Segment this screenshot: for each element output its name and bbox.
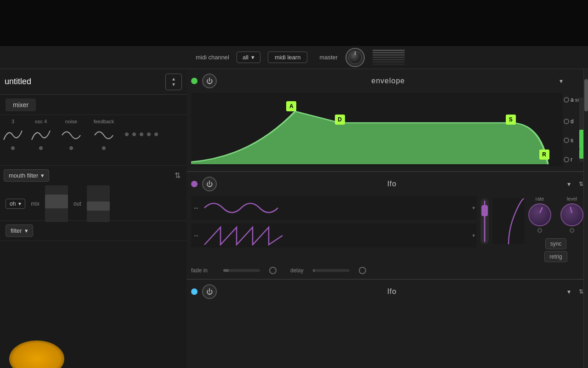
filter-controls-row: oh ▾ mix out: [4, 185, 183, 222]
lfo1-arrow-h2-icon: ↔: [193, 232, 199, 239]
fade-in-slider[interactable]: [223, 269, 260, 272]
delay-circle[interactable]: [359, 267, 366, 274]
lfo1-name: lfo: [221, 180, 563, 188]
lfo1-wave-row1: ↔ ▾: [191, 196, 477, 220]
envelope-point-a[interactable]: A: [286, 101, 296, 111]
level-col: level: [560, 196, 583, 233]
fade-delay-row: fade in delay: [191, 267, 583, 274]
adsr-d-radio[interactable]: [564, 119, 569, 124]
out-slider[interactable]: [87, 185, 110, 222]
lfo1-wave-display2: [202, 225, 285, 246]
fade-in-label: fade in: [191, 267, 214, 274]
lfo1-wave-display1: [202, 198, 285, 218]
envelope-section: ⏻ envelope ▾ A D: [187, 69, 588, 172]
lfo1-dropdown-icon[interactable]: ▾: [472, 205, 475, 211]
adsr-s-radio[interactable]: [564, 138, 569, 143]
envelope-power-button[interactable]: ⏻: [202, 74, 217, 88]
lfo2-chevron-icon[interactable]: ▾: [567, 288, 571, 295]
envelope-point-s[interactable]: S: [506, 115, 516, 125]
osc3-label: 3: [11, 119, 14, 124]
scrollbar[interactable]: [583, 69, 588, 368]
lfo1-dropdown2-icon[interactable]: ▾: [472, 232, 475, 239]
lfo1-waveforms: ↔ ▾ ↔ ▾: [191, 196, 477, 247]
rate-knob[interactable]: [528, 203, 551, 226]
noise-indicator: [69, 146, 73, 150]
down-arrow-icon: ▼: [171, 82, 176, 87]
adsr-r-label: r: [571, 156, 572, 163]
preset-nav-arrows[interactable]: ▲ ▼: [165, 74, 182, 90]
power-icon: ⏻: [206, 77, 213, 85]
master-level-display: [373, 50, 405, 65]
filter-arrow-icon: ⇅: [175, 171, 181, 180]
envelope-chevron-icon[interactable]: ▾: [560, 77, 563, 85]
ind4: [147, 132, 151, 136]
rate-knob-indicator: [539, 207, 543, 213]
retrig-button[interactable]: retrig: [544, 251, 567, 262]
midi-channel-label: midi channel: [196, 54, 229, 61]
rate-dot: [537, 228, 542, 233]
adsr-controls: a snap d s: [563, 93, 586, 167]
filter-chevron-icon: ▾: [41, 172, 44, 179]
filter-dropdown[interactable]: mouth filter ▾: [4, 169, 49, 182]
envelope-point-r[interactable]: R: [539, 150, 549, 160]
preset-row: untitled ▲ ▼: [0, 69, 187, 95]
delay-fill: [313, 269, 315, 272]
lfo2-updown-icon[interactable]: ⇅: [579, 288, 583, 295]
header-controls: midi channel all ▾ midi learn master: [187, 47, 588, 68]
mixer-row: mixer: [0, 95, 187, 115]
top-bar: [0, 0, 588, 46]
lfo2-status-dot: [191, 288, 198, 295]
mixer-label: mixer: [6, 98, 36, 111]
midi-learn-button[interactable]: midi learn: [268, 52, 307, 63]
chevron-down-icon: ▾: [251, 54, 254, 61]
envelope-point-d[interactable]: D: [335, 115, 345, 125]
fade-in-circle[interactable]: [269, 267, 277, 274]
noise-section: noise: [60, 119, 83, 150]
filter-sub-dropdown[interactable]: oh ▾: [6, 199, 25, 209]
adsr-a-radio[interactable]: [564, 97, 569, 103]
feedback-wave: [92, 126, 115, 144]
left-panel: untitled ▲ ▼ mixer 3 osc 4: [0, 69, 187, 368]
delay-slider[interactable]: [313, 269, 350, 272]
fade-in-fill: [223, 269, 229, 272]
lfo2-power-button[interactable]: ⏻: [202, 284, 217, 299]
filter-updown-btn[interactable]: ⇅: [172, 170, 183, 181]
rate-label: rate: [536, 196, 544, 201]
master-knob[interactable]: [345, 47, 365, 68]
sync-retrig-col: sync retrig: [544, 238, 567, 262]
level-knob[interactable]: [560, 203, 583, 226]
lfo1-section: ⏻ lfo ▾ ⇅ ↔ ▾: [187, 172, 588, 280]
envelope-status-dot: [191, 78, 198, 84]
lfo1-body: ↔ ▾ ↔ ▾: [191, 196, 583, 262]
lfo1-arrow-h-icon: ↔: [193, 204, 199, 212]
filter2-dropdown[interactable]: filter ▾: [6, 224, 33, 237]
sync-button[interactable]: sync: [545, 238, 567, 249]
envelope-header: ⏻ envelope ▾: [191, 74, 563, 88]
adsr-s-label: s: [571, 137, 573, 144]
midi-channel-dropdown[interactable]: all ▾: [237, 52, 260, 63]
lfo1-vertical-slider[interactable]: [481, 198, 489, 244]
lfo1-status-dot: [191, 181, 198, 187]
lfo1-updown-icon[interactable]: ⇅: [579, 181, 583, 187]
lfo1-power-icon: ⏻: [206, 180, 213, 188]
osc3-wave: [1, 126, 24, 144]
up-arrow-icon: ▲: [171, 76, 176, 81]
ind2: [132, 132, 136, 136]
filter-section: mouth filter ▾ ⇅ oh ▾ mix out: [0, 166, 187, 221]
envelope-svg: [191, 93, 563, 167]
main-area: untitled ▲ ▼ mixer 3 osc 4: [0, 69, 588, 368]
lfo2-name: lfo: [221, 288, 563, 296]
mix-slider[interactable]: [45, 185, 68, 222]
lfo2-section: ⏻ lfo ▾ ⇅: [187, 280, 588, 308]
lfo1-chevron-icon[interactable]: ▾: [567, 180, 571, 188]
yellow-blob: [9, 340, 64, 368]
scroll-thumb[interactable]: [584, 79, 588, 111]
indicators-row: [125, 132, 158, 136]
level-knob-indicator: [570, 207, 573, 213]
filter2-section: filter ▾: [0, 221, 187, 241]
lfo2-header: ⏻ lfo ▾ ⇅: [191, 284, 583, 299]
header-row: midi channel all ▾ midi learn master: [0, 46, 588, 69]
out-label: out: [74, 201, 81, 207]
lfo1-power-button[interactable]: ⏻: [202, 177, 217, 191]
adsr-r-radio[interactable]: [564, 157, 569, 162]
